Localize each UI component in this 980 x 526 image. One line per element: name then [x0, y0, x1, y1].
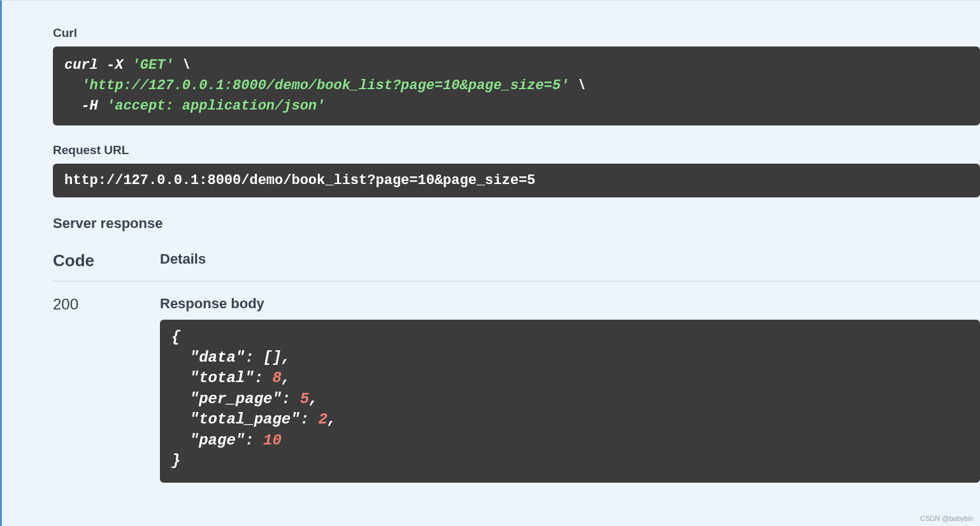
response-body-json[interactable]: { "data": [], "total": 8, "per_page": 5,… [160, 320, 980, 483]
request-url-label: Request URL [53, 143, 980, 157]
status-code: 200 [53, 295, 160, 483]
json-key-page: "page" [190, 432, 245, 449]
json-val-data: [] [263, 349, 282, 366]
curl-url: 'http://127.0.0.1:8000/demo/book_list?pa… [81, 78, 569, 94]
curl-line3-indent [64, 98, 81, 114]
curl-line2-suffix: \ [569, 78, 586, 94]
curl-line1-suffix: \ [174, 57, 191, 73]
request-url-block[interactable]: http://127.0.0.1:8000/demo/book_list?pag… [53, 164, 980, 197]
curl-line2-indent [64, 78, 81, 94]
json-key-total-page: "total_page" [190, 411, 300, 428]
code-column-header: Code [53, 251, 160, 271]
curl-method: 'GET' [132, 57, 174, 73]
response-body-label: Response body [160, 295, 980, 312]
curl-prefix: curl -X [64, 57, 132, 73]
response-details: Response body { "data": [], "total": 8, … [160, 295, 980, 483]
curl-h-flag: -H [81, 98, 106, 114]
json-val-total: 8 [272, 369, 281, 387]
server-response-label: Server response [53, 215, 980, 232]
details-column-header: Details [160, 251, 206, 271]
curl-code-block[interactable]: curl -X 'GET' \ 'http://127.0.0.1:8000/d… [53, 46, 980, 125]
response-table-header: Code Details [53, 251, 980, 281]
json-key-data: "data" [190, 349, 245, 366]
json-key-total: "total" [190, 369, 254, 387]
response-row: 200 Response body { "data": [], "total":… [53, 295, 980, 483]
json-close: } [171, 452, 180, 469]
json-open: { [171, 329, 180, 346]
watermark: CSDN @babybin [920, 515, 974, 522]
swagger-response-panel: Curl curl -X 'GET' \ 'http://127.0.0.1:8… [0, 0, 980, 526]
request-url-value: http://127.0.0.1:8000/demo/book_list?pag… [64, 173, 535, 188]
json-val-total-page: 2 [318, 411, 327, 428]
json-val-page: 10 [263, 432, 282, 449]
curl-label: Curl [53, 26, 980, 40]
curl-header: 'accept: application/json' [106, 98, 325, 114]
json-val-per-page: 5 [300, 390, 309, 408]
json-key-per-page: "per_page" [190, 390, 282, 408]
